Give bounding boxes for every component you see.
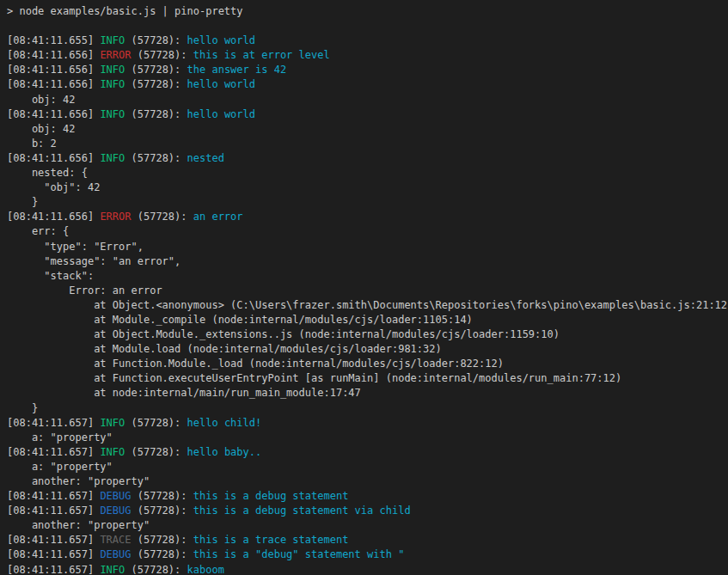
log-level: INFO — [100, 108, 125, 120]
log-pid: (57728): — [125, 78, 187, 90]
terminal-line: a: "property" — [7, 460, 728, 474]
stack-trace-line: at Module._compile (node:internal/module… — [7, 314, 473, 326]
log-property: "message": "an error", — [7, 255, 180, 267]
log-message: the answer is 42 — [187, 64, 287, 76]
log-property: "obj": 42 — [7, 181, 100, 193]
log-property: a: "property" — [7, 461, 113, 473]
terminal-line: another: "property" — [7, 474, 728, 489]
terminal-line: at Function.executeUserEntryPoint [as ru… — [7, 371, 728, 386]
log-message: kaboom — [187, 564, 224, 575]
command-line: > node examples/basic.js | pino-pretty — [7, 5, 243, 17]
log-level: INFO — [100, 446, 125, 458]
log-level: INFO — [100, 417, 125, 429]
terminal-output[interactable]: > node examples/basic.js | pino-pretty [… — [0, 0, 728, 575]
terminal-line: "obj": 42 — [7, 180, 728, 195]
log-property: b: 2 — [7, 138, 57, 150]
terminal-line: a: "property" — [7, 431, 728, 445]
stack-trace-line: at Function.Module._load (node:internal/… — [7, 358, 504, 370]
log-pid: (57728): — [125, 152, 187, 164]
terminal-line: } — [7, 401, 728, 416]
log-level: INFO — [100, 64, 125, 76]
log-timestamp: [08:41:11.656] — [7, 78, 100, 90]
log-timestamp: [08:41:11.656] — [7, 108, 100, 120]
stack-trace-line: at Object.<anonymous> (C:\Users\frazer.s… — [7, 299, 728, 311]
log-message: hello baby.. — [187, 446, 262, 458]
log-level: INFO — [100, 152, 125, 164]
log-level: TRACE — [100, 534, 131, 546]
log-message: hello world — [187, 78, 255, 90]
log-level: INFO — [100, 34, 125, 46]
terminal-line: at Object.Module._extensions..js (node:i… — [7, 327, 728, 342]
log-level: INFO — [100, 78, 125, 90]
log-property: obj: 42 — [7, 123, 75, 135]
terminal-line: [08:41:11.657] INFO (57728): kaboom — [7, 563, 728, 575]
log-property: obj: 42 — [7, 94, 75, 106]
terminal-line: at Object.<anonymous> (C:\Users\frazer.s… — [7, 298, 728, 313]
log-message: an error — [193, 211, 243, 223]
terminal-line: [08:41:11.655] INFO (57728): hello world — [7, 34, 728, 48]
terminal-line: [08:41:11.656] INFO (57728): hello world — [7, 77, 728, 92]
stack-trace-line: at node:internal/main/run_main_module:17… — [7, 387, 361, 399]
log-level: INFO — [100, 564, 125, 575]
terminal-line: another: "property" — [7, 518, 728, 533]
log-pid: (57728): — [132, 211, 193, 223]
terminal-line: obj: 42 — [7, 93, 728, 107]
terminal-line: "message": "an error", — [7, 254, 728, 269]
log-level: DEBUG — [100, 490, 131, 502]
log-pid: (57728): — [132, 548, 193, 560]
log-pid: (57728): — [125, 34, 187, 46]
log-level: DEBUG — [100, 548, 131, 560]
log-property: "stack": — [7, 270, 94, 282]
terminal-line: [08:41:11.657] INFO (57728): hello baby.… — [7, 445, 728, 460]
log-pid: (57728): — [125, 446, 187, 458]
log-timestamp: [08:41:11.657] — [7, 505, 100, 517]
log-message: hello world — [187, 34, 255, 46]
log-timestamp: [08:41:11.657] — [7, 417, 100, 429]
stack-trace-line: at Function.executeUserEntryPoint [as ru… — [7, 372, 621, 384]
terminal-line: at Module._compile (node:internal/module… — [7, 313, 728, 327]
log-property: another: "property" — [7, 519, 150, 531]
log-timestamp: [08:41:11.656] — [7, 152, 100, 164]
terminal-line: at Module.load (node:internal/modules/cj… — [7, 342, 728, 357]
terminal-line: [08:41:11.656] INFO (57728): hello world — [7, 107, 728, 122]
log-pid: (57728): — [132, 534, 193, 546]
terminal-line: [08:41:11.656] INFO (57728): the answer … — [7, 63, 728, 77]
terminal-line: [08:41:11.657] DEBUG (57728): this is a … — [7, 504, 728, 518]
log-timestamp: [08:41:11.657] — [7, 534, 100, 546]
log-level: ERROR — [100, 211, 131, 223]
log-property: err: { — [7, 225, 69, 237]
stack-trace-line: Error: an error — [7, 284, 162, 297]
terminal-line: nested: { — [7, 166, 728, 180]
log-property: a: "property" — [7, 431, 113, 443]
log-timestamp: [08:41:11.655] — [7, 34, 100, 46]
terminal-line: [08:41:11.657] DEBUG (57728): this is a … — [7, 489, 728, 504]
terminal-line: b: 2 — [7, 137, 728, 151]
log-timestamp: [08:41:11.656] — [7, 49, 100, 61]
log-pid: (57728): — [125, 564, 187, 575]
log-message: this is a debug statement via child — [193, 505, 411, 517]
log-pid: (57728): — [125, 108, 187, 120]
log-property: another: "property" — [7, 475, 150, 487]
log-level: DEBUG — [100, 505, 131, 517]
log-timestamp: [08:41:11.657] — [7, 548, 100, 560]
terminal-line: Error: an error — [7, 284, 728, 298]
log-message: hello world — [187, 108, 255, 120]
terminal-line: > node examples/basic.js | pino-pretty — [7, 4, 728, 19]
terminal-line: at node:internal/main/run_main_module:17… — [7, 386, 728, 401]
stack-trace-line: at Module.load (node:internal/modules/cj… — [7, 343, 442, 355]
terminal-line: obj: 42 — [7, 122, 728, 137]
log-message: this is a trace statement — [193, 534, 349, 546]
terminal-line: [08:41:11.656] ERROR (57728): an error — [7, 210, 728, 224]
log-pid: (57728): — [132, 490, 193, 502]
log-property: } — [7, 196, 38, 208]
log-property: } — [7, 402, 38, 414]
log-pid: (57728): — [125, 417, 187, 429]
log-timestamp: [08:41:11.657] — [7, 446, 100, 458]
terminal-line: [08:41:11.657] DEBUG (57728): this is a … — [7, 547, 728, 562]
terminal-line — [7, 19, 728, 34]
terminal-line: err: { — [7, 224, 728, 239]
log-timestamp: [08:41:11.657] — [7, 564, 100, 575]
log-message: hello child! — [187, 417, 262, 429]
log-property: "type": "Error", — [7, 241, 144, 253]
stack-trace-line: at Object.Module._extensions..js (node:i… — [7, 328, 560, 340]
